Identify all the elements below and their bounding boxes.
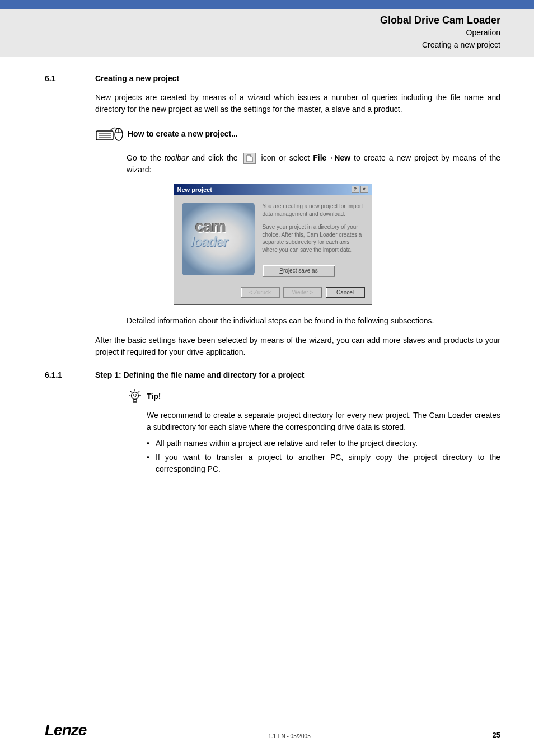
goto-post1: icon or select bbox=[258, 153, 313, 162]
wizard-logo-image: cam loader bbox=[182, 203, 255, 275]
cancel-button[interactable]: Cancel bbox=[326, 287, 365, 298]
page-footer: Lenze 1.1 EN - 05/2005 25 bbox=[0, 721, 534, 739]
bullet-2-text: If you want to transfer a project to ano… bbox=[156, 452, 500, 475]
logo-cam-text: cam bbox=[195, 217, 226, 236]
logo-loader-text: loader bbox=[191, 234, 228, 250]
section-title: Creating a new project bbox=[95, 74, 179, 83]
goto-toolbar-word: toolbar bbox=[165, 153, 189, 162]
goto-file-word: File bbox=[313, 153, 326, 162]
save-mnemonic: P bbox=[279, 267, 283, 274]
mouse-keyboard-icon bbox=[95, 125, 124, 142]
wizard-text-2: Save your project in a directory of your… bbox=[263, 223, 364, 253]
bullet-dot: • bbox=[147, 438, 156, 449]
bullet-dot: • bbox=[147, 452, 156, 475]
detailed-info-paragraph: Detailed information about the individua… bbox=[127, 315, 500, 327]
help-icon[interactable]: ? bbox=[352, 186, 359, 193]
wizard-titlebar: New project ? × bbox=[174, 184, 372, 195]
svg-point-8 bbox=[132, 392, 139, 399]
bullet-1-text: All path names within a project are rela… bbox=[156, 438, 418, 449]
wizard-body: cam loader You are creating a new projec… bbox=[174, 195, 372, 281]
back-button[interactable]: < Zurück bbox=[241, 287, 280, 298]
tip-heading: Tip! bbox=[127, 388, 500, 404]
wizard-text-1: You are creating a new project for impor… bbox=[263, 203, 364, 218]
project-save-as-button[interactable]: Project save as bbox=[263, 265, 335, 277]
howto-label: How to create a new project... bbox=[128, 129, 238, 138]
tip-body-paragraph: We recommend to create a separate projec… bbox=[147, 410, 500, 433]
header-subtitle-1: Operation bbox=[0, 27, 500, 39]
tip-label: Tip! bbox=[147, 392, 161, 401]
bullet-2: • If you want to transfer a project to a… bbox=[147, 452, 500, 475]
wizard-footer: < Zurück Weiter > Cancel bbox=[174, 281, 372, 304]
section-number: 6.1 bbox=[45, 74, 95, 83]
wizard-title-text: New project bbox=[177, 186, 212, 193]
goto-arrow: → bbox=[326, 153, 334, 162]
header-title: Global Drive Cam Loader bbox=[0, 15, 500, 26]
lenze-logo: Lenze bbox=[45, 721, 86, 739]
header-subtitle-2: Creating a new project bbox=[0, 40, 500, 51]
goto-mid: and click the bbox=[189, 153, 241, 162]
goto-pre: Go to the bbox=[127, 153, 165, 162]
bullet-1: • All path names within a project are re… bbox=[147, 438, 500, 449]
goto-new-word: New bbox=[334, 153, 350, 162]
page-number: 25 bbox=[493, 731, 500, 739]
section-heading-6-1-1: 6.1.1 Step 1: Defining the file name and… bbox=[45, 370, 500, 379]
top-accent-bar bbox=[0, 0, 534, 9]
page-header: Global Drive Cam Loader Operation Creati… bbox=[0, 9, 534, 57]
save-label-rest: roject save as bbox=[283, 267, 318, 274]
lightbulb-icon bbox=[127, 388, 143, 404]
footer-version: 1.1 EN - 05/2005 bbox=[268, 733, 311, 739]
close-icon[interactable]: × bbox=[360, 186, 368, 193]
svg-line-14 bbox=[138, 391, 139, 392]
new-file-icon bbox=[243, 153, 256, 164]
svg-line-13 bbox=[130, 391, 132, 392]
next-button[interactable]: Weiter > bbox=[283, 287, 322, 298]
new-project-wizard-dialog: New project ? × cam loader You are creat… bbox=[174, 184, 372, 305]
howto-heading: How to create a new project... bbox=[95, 125, 500, 142]
section-title: Step 1: Defining the file name and direc… bbox=[95, 370, 304, 379]
intro-paragraph: New projects are created by means of a w… bbox=[95, 92, 500, 115]
wizard-description: You are creating a new project for impor… bbox=[255, 203, 364, 277]
goto-instruction: Go to the toolbar and click the icon or … bbox=[127, 152, 500, 176]
section-heading-6-1: 6.1 Creating a new project bbox=[45, 74, 500, 83]
section-number: 6.1.1 bbox=[45, 370, 95, 379]
after-settings-paragraph: After the basic settings have been selec… bbox=[95, 335, 500, 358]
